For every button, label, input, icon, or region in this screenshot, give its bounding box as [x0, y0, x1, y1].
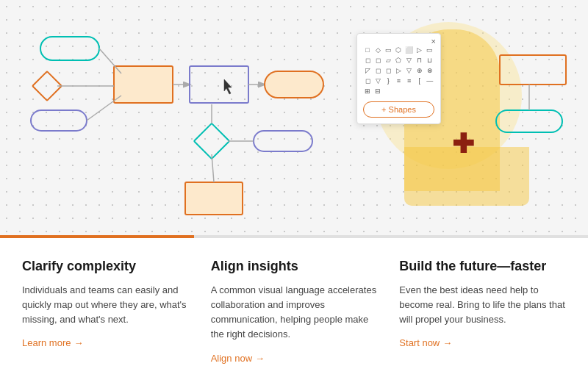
shape-icon: ⊔: [426, 56, 434, 65]
shape-icon: ◻: [363, 76, 372, 85]
svg-rect-0: [40, 37, 99, 60]
svg-line-17: [212, 154, 214, 182]
svg-line-4: [99, 49, 121, 73]
shape-icon: ▱: [384, 56, 392, 65]
plus-icon-large: ✚: [452, 129, 474, 159]
svg-rect-3: [114, 66, 173, 103]
build-link-arrow: →: [442, 337, 452, 348]
align-body: A common visual language accelerates col…: [211, 283, 378, 342]
shape-icon: ▭: [426, 46, 434, 54]
content-col-clarify: Clarify complexity Individuals and teams…: [22, 259, 189, 364]
svg-rect-1: [32, 71, 62, 101]
svg-rect-2: [31, 110, 87, 131]
shape-icon: ⬡: [394, 46, 403, 54]
shape-icon: ⊟: [373, 87, 382, 96]
svg-rect-12: [194, 123, 229, 159]
svg-rect-16: [185, 182, 243, 215]
shape-icon: ◻: [373, 56, 382, 65]
shape-icon: ⊓: [415, 56, 424, 65]
build-heading: Build the future—faster: [399, 259, 566, 274]
shape-icon: ≡: [394, 76, 403, 85]
shape-icon: ◻: [373, 66, 382, 75]
clarify-link-arrow: →: [74, 337, 83, 348]
svg-line-6: [87, 96, 121, 121]
build-body: Even the best ideas need help to become …: [399, 283, 566, 327]
shapes-icons-grid: □ ◇ ▭ ⬡ ⬜ ▷ ▭ ◻ ◻ ▱ ⬠ ▽ ⊓ ⊔ ◸ ◻ ◻ ▷ ▽ ⊕ …: [363, 46, 434, 96]
shape-icon: ◇: [373, 46, 382, 54]
clarify-link[interactable]: Learn more →: [22, 337, 189, 348]
clarify-link-text: Learn more: [22, 337, 71, 348]
shape-icon: ▷: [415, 46, 424, 54]
shape-icon: ⊞: [363, 87, 372, 96]
shape-icon: ◻: [384, 66, 392, 75]
shape-icon: ◸: [363, 66, 372, 75]
shape-icon: ⬠: [394, 56, 403, 65]
content-section: Clarify complexity Individuals and teams…: [0, 238, 588, 377]
shape-icon: □: [363, 46, 372, 54]
shape-icon: ⊕: [415, 66, 424, 75]
clarify-body: Individuals and teams can easily and qui…: [22, 283, 189, 327]
shapes-add-button[interactable]: + Shapes: [363, 101, 434, 118]
shape-icon: [: [415, 76, 424, 85]
clarify-heading: Clarify complexity: [22, 259, 189, 274]
shape-icon: }: [384, 76, 392, 85]
align-link[interactable]: Align now →: [211, 353, 378, 364]
svg-rect-13: [254, 131, 312, 151]
content-col-build: Build the future—faster Even the best id…: [399, 259, 566, 364]
shape-icon: ▽: [405, 66, 414, 75]
align-heading: Align insights: [211, 259, 378, 274]
align-link-text: Align now: [211, 353, 252, 364]
content-col-align: Align insights A common visual language …: [211, 259, 378, 364]
shape-icon: ⊗: [426, 66, 434, 75]
build-link-text: Start now: [399, 337, 440, 348]
shape-icon: ▷: [394, 66, 403, 75]
shape-icon: ▽: [373, 76, 382, 85]
shape-icon: ⬜: [405, 46, 414, 54]
shape-icon: ▽: [405, 56, 414, 65]
shape-icon: ▭: [384, 46, 392, 54]
shape-icon: ◻: [363, 56, 372, 65]
diagram-section: × □ ◇ ▭ ⬡ ⬜ ▷ ▭ ◻ ◻ ▱ ⬠ ▽ ⊓ ⊔ ◸ ◻ ◻ ▷ ▽ …: [0, 0, 588, 235]
svg-marker-9: [224, 79, 232, 94]
svg-rect-8: [190, 66, 248, 103]
shapes-panel: × □ ◇ ▭ ⬡ ⬜ ▷ ▭ ◻ ◻ ▱ ⬠ ▽ ⊓ ⊔ ◸ ◻ ◻ ▷ ▽ …: [356, 33, 441, 124]
close-icon[interactable]: ×: [431, 37, 436, 46]
shape-icon: ≡: [405, 76, 414, 85]
svg-rect-11: [265, 71, 323, 98]
build-link[interactable]: Start now →: [399, 337, 566, 348]
shape-icon: —: [426, 76, 434, 85]
align-link-arrow: →: [255, 353, 265, 364]
